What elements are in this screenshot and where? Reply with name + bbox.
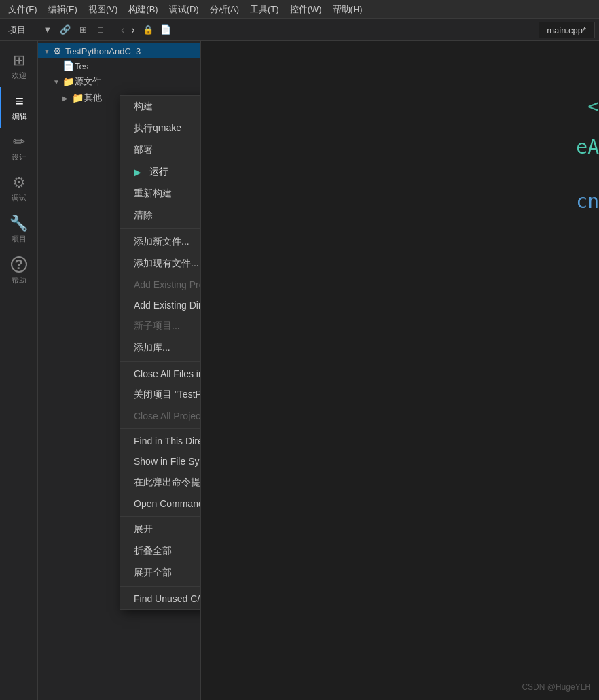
project-icon: 🔧 — [10, 216, 28, 231]
ctx-add-library[interactable]: 添加库... — [120, 337, 201, 359]
tree-label-other: 其他 — [84, 92, 102, 104]
watermark: CSDN @HugeYLH — [522, 682, 591, 692]
toolbar-project-label: 项目 — [4, 24, 30, 36]
tree-label-tes: Tes — [75, 61, 88, 71]
tree-item-root[interactable]: ▼ ⚙ TestPythonAndC_3 — [38, 43, 200, 58]
tree-icon-root: ⚙ — [53, 46, 65, 56]
tree-arrow-sources: ▼ — [53, 78, 62, 86]
ctx-sep-4 — [120, 516, 201, 517]
edit-icon: ≡ — [15, 94, 24, 109]
tree-item-tes[interactable]: 📄 Tes — [38, 58, 200, 73]
toolbar-filter-btn[interactable]: ▼ — [40, 22, 55, 37]
ctx-expand-all[interactable]: 展开全部 — [120, 562, 201, 584]
toolbar-link-btn[interactable]: 🔗 — [58, 22, 73, 37]
toolbar-file-btn[interactable]: 📄 — [158, 22, 173, 37]
ctx-show-file-system[interactable]: Show in File System View — [120, 451, 201, 472]
welcome-label: 欢迎 — [12, 71, 26, 81]
menu-bar: 文件(F) 编辑(E) 视图(V) 构建(B) 调试(D) 分析(A) 工具(T… — [0, 0, 599, 19]
run-arrow-icon: ▶ — [134, 167, 141, 177]
ctx-expand[interactable]: 展开 — [120, 519, 201, 540]
ctx-find-unused[interactable]: Find Unused C/C++ Functions — [120, 589, 201, 609]
ctx-run[interactable]: ▶ 运行 — [120, 161, 201, 183]
help-label: 帮助 — [12, 275, 26, 285]
sidebar-item-project[interactable]: 🔧 项目 — [0, 209, 38, 250]
menu-help[interactable]: 帮助(H) — [327, 2, 368, 17]
nav-arrows: ‹ › — [118, 22, 138, 37]
ctx-open-cmd-with[interactable]: Open Command Prompt With ▶ — [120, 493, 201, 514]
tree-icon-sources: 📁 — [62, 76, 75, 87]
nav-back[interactable]: ‹ — [118, 22, 127, 37]
ctx-find-in-dir[interactable]: Find in This Directory... — [120, 431, 201, 451]
ctx-open-cmd-here[interactable]: 在此弹出命令提示 — [120, 472, 201, 493]
ctx-close-all-except: Close All Projects Except "TestPythonAnd… — [120, 406, 201, 426]
ctx-sep-5 — [120, 586, 201, 587]
debug-label: 调试 — [12, 193, 26, 203]
toolbar-fold-btn[interactable]: □ — [93, 22, 108, 37]
context-menu: 构建 执行qmake 部署 ▶ 运行 重新构建 清除 添加新文件... 添加现有… — [120, 95, 201, 610]
ctx-build[interactable]: 构建 — [120, 96, 201, 118]
menu-tools[interactable]: 工具(T) — [244, 2, 285, 17]
ctx-close-project[interactable]: 关闭项目 "TestPythonAndC_3" — [120, 384, 201, 406]
menu-debug[interactable]: 调试(D) — [164, 2, 204, 17]
tree-label-sources: 源文件 — [75, 75, 101, 88]
ctx-sep-3 — [120, 428, 201, 429]
sidebar-item-design[interactable]: ✏ 设计 — [0, 128, 38, 169]
toolbar-separator-1 — [35, 24, 35, 36]
editor-partial-2: eA — [576, 136, 599, 158]
toolbar-separator-2 — [113, 24, 113, 36]
debug-icon: ⚙ — [12, 175, 26, 190]
tree-item-sources[interactable]: ▼ 📁 源文件 — [38, 73, 200, 90]
design-label: 设计 — [12, 152, 26, 162]
tree-label-root: TestPythonAndC_3 — [65, 46, 141, 56]
ctx-clean[interactable]: 清除 — [120, 205, 201, 226]
menu-build[interactable]: 构建(B) — [123, 2, 163, 17]
ctx-run-qmake[interactable]: 执行qmake — [120, 118, 201, 139]
sidebar-item-debug[interactable]: ⚙ 调试 — [0, 169, 38, 209]
ctx-new-subproject: 新子项目... — [120, 315, 201, 337]
sidebar-item-edit[interactable]: ≡ 编辑 — [0, 87, 38, 128]
menu-analyze[interactable]: 分析(A) — [204, 2, 244, 17]
help-icon: ? — [11, 256, 27, 273]
nav-forward[interactable]: › — [128, 22, 137, 37]
tree-arrow-tes — [53, 63, 62, 70]
project-panel: ▼ ⚙ TestPythonAndC_3 📄 Tes ▼ 📁 源文件 ▶ 📁 其… — [38, 41, 201, 700]
sidebar-icons: ⊞ 欢迎 ≡ 编辑 ✏ 设计 ⚙ 调试 🔧 项目 ? 帮助 — [0, 41, 38, 700]
menu-edit[interactable]: 编辑(E) — [43, 2, 83, 17]
ctx-collapse-all[interactable]: 折叠全部 — [120, 540, 201, 562]
ctx-sep-2 — [120, 361, 201, 362]
ctx-rebuild[interactable]: 重新构建 — [120, 183, 201, 205]
toolbar-lock-btn[interactable]: 🔒 — [141, 22, 156, 37]
ctx-add-existing-file[interactable]: 添加现有文件... — [120, 253, 201, 275]
file-tab-main-cpp[interactable]: main.cpp* — [539, 22, 595, 38]
design-icon: ✏ — [13, 135, 25, 150]
editor-partial-3: cn — [576, 190, 599, 213]
tree-arrow-other: ▶ — [62, 94, 72, 102]
menu-view[interactable]: 视图(V) — [83, 2, 123, 17]
ctx-add-existing-projects: Add Existing Projects... — [120, 275, 201, 295]
menu-file[interactable]: 文件(F) — [3, 2, 43, 17]
toolbar-grid-btn[interactable]: ⊞ — [75, 22, 90, 37]
toolbar: 项目 ▼ 🔗 ⊞ □ ‹ › 🔒 📄 main.cpp* — [0, 19, 599, 41]
edit-label: 编辑 — [12, 111, 27, 122]
project-label: 项目 — [12, 234, 26, 244]
main-layout: ⊞ 欢迎 ≡ 编辑 ✏ 设计 ⚙ 调试 🔧 项目 ? 帮助 ▼ ⚙ — [0, 41, 599, 700]
ctx-close-all-files[interactable]: Close All Files in Project "TestPythonAn… — [120, 364, 201, 384]
menu-controls[interactable]: 控件(W) — [285, 2, 327, 17]
editor-area[interactable]: < eA cn — [201, 41, 599, 700]
sidebar-item-help[interactable]: ? 帮助 — [0, 250, 38, 291]
ctx-add-existing-dir[interactable]: Add Existing Directory... — [120, 295, 201, 315]
ctx-deploy[interactable]: 部署 — [120, 139, 201, 161]
ctx-add-new-file[interactable]: 添加新文件... — [120, 231, 201, 253]
tree-arrow-root: ▼ — [43, 48, 53, 55]
sidebar-item-welcome[interactable]: ⊞ 欢迎 — [0, 46, 38, 87]
editor-partial-1: < — [587, 95, 599, 118]
tree-icon-tes: 📄 — [62, 60, 75, 71]
tree-icon-other: 📁 — [72, 92, 84, 103]
welcome-icon: ⊞ — [13, 53, 25, 68]
ctx-sep-1 — [120, 228, 201, 229]
